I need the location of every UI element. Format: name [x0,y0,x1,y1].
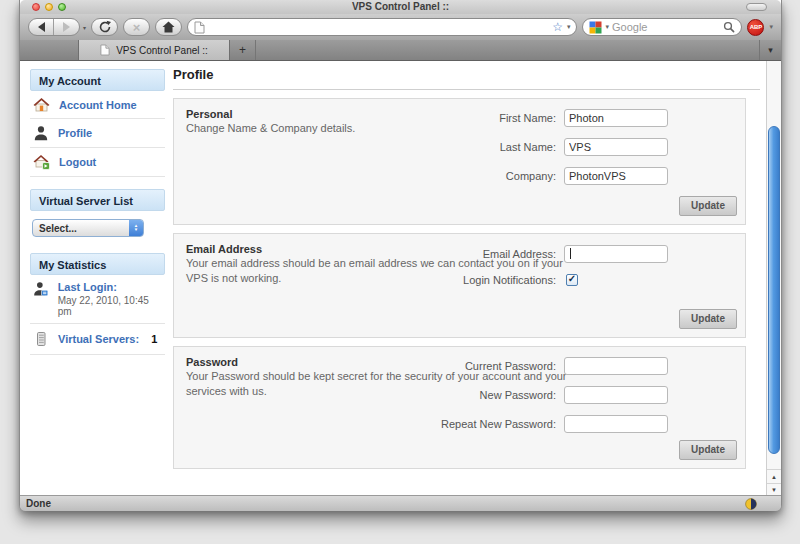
minimize-window-button[interactable] [45,3,53,11]
toolbar-toggle-button[interactable] [746,3,767,11]
google-engine-icon[interactable] [589,21,602,34]
vertical-scrollbar[interactable]: ▲ ▼ [766,61,781,495]
first-name-input[interactable] [564,109,668,127]
last-login-icon [33,281,49,297]
sidebar-item-profile[interactable]: Profile [30,119,165,148]
forward-button[interactable] [54,19,79,35]
back-button[interactable] [29,19,54,35]
home-house-icon [33,97,50,112]
list-all-tabs-button[interactable]: ▾ [759,40,781,60]
close-window-button[interactable] [32,3,40,11]
status-bar: Done [20,495,781,511]
forward-icon [63,22,70,32]
logout-icon [33,154,50,170]
search-input[interactable] [612,21,720,33]
scroll-up-button[interactable]: ▲ [767,470,781,483]
section-email: Email Address Your email address should … [173,233,746,338]
sidebar-item-logout[interactable]: Logout [30,148,165,177]
adblock-plus-icon[interactable]: ABP [747,19,764,36]
reload-button[interactable] [91,18,118,36]
navigation-toolbar: ▾ × ☆ ▾ [20,14,781,40]
tab-favicon [100,44,110,56]
browser-window: VPS Control Panel :: ▾ × [19,0,782,511]
back-forward-group [28,18,80,36]
stat-last-login: Last Login: May 22, 2010, 10:45 pm [30,275,165,324]
section-personal: Personal Change Name & Company details. … [173,98,746,225]
text-caret [570,248,571,259]
email-update-button[interactable]: Update [679,309,737,329]
last-login-label[interactable]: Last Login: [58,281,163,293]
scrollbar-thumb[interactable] [768,126,780,454]
page-favicon [194,21,205,34]
check-icon: ✓ [568,274,576,284]
user-icon [33,125,49,141]
stat-virtual-servers: Virtual Servers: 1 [30,324,165,355]
last-name-input[interactable] [564,138,668,156]
back-icon [38,22,45,32]
new-password-label: New Password: [480,389,556,401]
home-icon [162,21,175,33]
new-password-input[interactable] [564,386,668,404]
search-bar: ▾ [582,18,742,36]
scrollbar-arrows: ▲ ▼ [767,469,781,495]
url-dropdown-icon[interactable]: ▾ [567,23,571,31]
page-title: Profile [173,67,760,90]
select-value: Select... [39,223,77,234]
repeat-password-label: Repeat New Password: [441,418,556,430]
zoom-window-button[interactable] [58,3,66,11]
sidebar-header-virtual-server-list: Virtual Server List [30,189,165,211]
current-password-input[interactable] [564,357,668,375]
password-update-button[interactable]: Update [679,440,737,460]
last-login-value: May 22, 2010, 10:45 pm [58,295,163,317]
sidebar-header-my-statistics: My Statistics [30,253,165,275]
search-icon[interactable] [723,21,735,33]
company-input[interactable] [564,167,668,185]
title-bar: VPS Control Panel :: [20,0,781,14]
search-engine-dropdown-icon[interactable]: ▾ [605,23,609,31]
tab-title: VPS Control Panel :: [116,45,208,56]
email-address-label: Email Address: [483,248,556,260]
reload-icon [98,20,112,34]
section-password: Password Your Password should be kept se… [173,346,746,469]
url-bar: ☆ ▾ [187,18,577,36]
window-title: VPS Control Panel :: [20,0,781,14]
personal-update-button[interactable]: Update [679,196,737,216]
history-dropdown-icon[interactable]: ▾ [83,24,86,31]
sidebar-item-account-home[interactable]: Account Home [30,91,165,119]
sidebar-item-label: Account Home [59,99,137,111]
tab-bar: VPS Control Panel :: + ▾ [20,40,781,60]
current-password-label: Current Password: [465,360,556,372]
tab-vps-control-panel[interactable]: VPS Control Panel :: [78,40,230,60]
company-label: Company: [506,170,556,182]
servers-icon [33,331,49,347]
email-input[interactable] [564,245,668,263]
sidebar: My Account Account Home Profile [20,61,165,495]
login-notifications-checkbox[interactable]: ✓ [566,274,578,286]
stop-button[interactable]: × [123,18,150,36]
main-panel: Profile Personal Change Name & Company d… [165,61,766,495]
last-name-label: Last Name: [500,141,556,153]
url-input[interactable] [209,21,548,33]
home-button[interactable] [155,18,182,36]
login-notifications-label: Login Notifications: [463,274,556,286]
new-tab-button[interactable]: + [230,40,256,60]
status-text: Done [26,498,51,509]
virtual-server-select[interactable]: Select... ▲ ▼ [32,219,144,237]
select-stepper-icon: ▲ ▼ [129,220,143,236]
virtual-servers-count: 1 [151,333,157,345]
page-content: My Account Account Home Profile [20,60,781,495]
sidebar-item-label: Logout [59,156,96,168]
adblock-dropdown-icon[interactable]: ▾ [769,23,773,31]
sidebar-item-label: Profile [58,127,92,139]
bookmark-star-icon[interactable]: ☆ [552,21,563,33]
virtual-servers-label[interactable]: Virtual Servers: [58,333,139,345]
extension-status-icon[interactable] [745,498,757,510]
sidebar-header-my-account: My Account [30,69,165,91]
first-name-label: First Name: [499,112,556,124]
stop-icon: × [133,21,141,34]
traffic-lights [32,3,66,11]
repeat-password-input[interactable] [564,415,668,433]
